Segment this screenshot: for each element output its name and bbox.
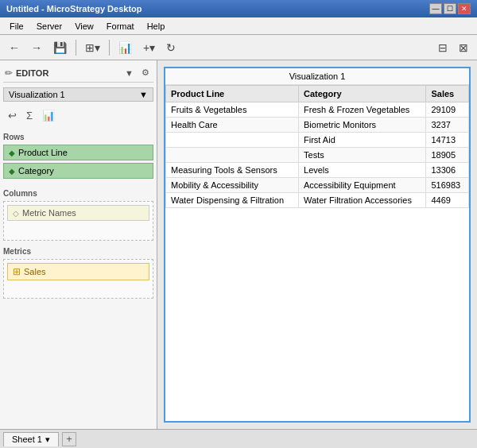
cell-sales: 18905: [426, 148, 469, 163]
col-sales: Sales: [426, 86, 469, 102]
metric-names-label: Metric Names: [22, 208, 76, 218]
minimize-panel-button[interactable]: ⊟: [434, 37, 452, 58]
cell-category: Levels: [299, 163, 426, 178]
viz-selector-label: Visualization 1: [9, 90, 139, 99]
diamond-icon-2: ◆: [9, 167, 15, 176]
cell-product-line: Mobility & Accessibility: [166, 178, 299, 193]
cell-product-line: Water Dispensing & Filtration: [166, 193, 299, 208]
editor-icon: ✏: [5, 68, 13, 79]
save-button[interactable]: 💾: [49, 37, 71, 58]
cell-product-line: [166, 148, 299, 163]
diamond-icon-1: ◆: [9, 149, 15, 157]
table-row: Health CareBiometric Monitors3237: [166, 118, 469, 133]
menu-help[interactable]: Help: [141, 20, 172, 33]
cell-sales: 4469: [426, 193, 469, 208]
category-label: Category: [18, 166, 54, 176]
sheet-tab-1[interactable]: Sheet 1 ▾: [3, 432, 59, 446]
separator-2: [109, 40, 110, 56]
title-bar: Untitled - MicroStrategy Desktop — ☐ ✕: [0, 0, 477, 17]
add-sheet-button[interactable]: +: [62, 432, 76, 446]
visualization-type-button[interactable]: 📊: [39, 108, 58, 123]
table-row: Tests18905: [166, 148, 469, 163]
table-row: Measuring Tools & SensorsLevels13306: [166, 163, 469, 178]
chart-button[interactable]: 📊: [114, 37, 136, 58]
metric-names-field[interactable]: ◇ Metric Names: [7, 205, 149, 221]
sheet-tab-label: Sheet 1: [12, 434, 42, 444]
close-button[interactable]: ✕: [458, 3, 471, 14]
cell-category: Water Filtration Accessories: [299, 193, 426, 208]
columns-area: ◇ Metric Names: [3, 201, 153, 241]
product-line-label: Product Line: [18, 148, 68, 157]
undo-button[interactable]: ↩: [5, 108, 20, 123]
cell-product-line: Health Care: [166, 118, 299, 133]
menu-server[interactable]: Server: [30, 20, 68, 33]
metric-names-icon: ◇: [13, 209, 19, 218]
refresh-button[interactable]: ↻: [162, 37, 180, 58]
table-row: Water Dispensing & FiltrationWater Filtr…: [166, 193, 469, 208]
settings-button[interactable]: ⚙: [139, 67, 152, 79]
status-bar: Sheet 1 ▾ +: [0, 429, 477, 448]
maximize-button[interactable]: ☐: [444, 3, 456, 14]
sheet-tab-arrow: ▾: [45, 434, 50, 445]
table-row: Fruits & VegetablesFresh & Frozen Vegeta…: [166, 102, 469, 118]
menu-bar: File Server View Format Help: [0, 17, 477, 35]
add-dataset-button[interactable]: ⊞▾: [81, 37, 104, 58]
metrics-label: Metrics: [3, 247, 153, 256]
main-content: ✏ EDITOR ▼ ⚙ Visualization 1 ▼ ↩ Σ 📊 Row…: [0, 60, 477, 429]
icon-row: ↩ Σ 📊: [3, 106, 153, 125]
cell-product-line: Fruits & Vegetables: [166, 102, 299, 118]
sales-field[interactable]: ⊞ Sales: [7, 263, 149, 280]
data-table: Product Line Category Sales Fruits & Veg…: [165, 85, 469, 208]
cell-product-line: Measuring Tools & Sensors: [166, 163, 299, 178]
window-title: Untitled - MicroStrategy Desktop: [6, 4, 142, 14]
cell-category: Biometric Monitors: [299, 118, 426, 133]
cell-category: Tests: [299, 148, 426, 163]
separator-1: [76, 40, 76, 56]
columns-label: Columns: [3, 189, 153, 198]
panel-title: EDITOR: [16, 68, 119, 78]
menu-view[interactable]: View: [68, 20, 100, 33]
filter-button[interactable]: ▼: [122, 68, 136, 79]
viz-container: Visualization 1 Product Line Category Sa…: [164, 67, 471, 423]
window-controls: — ☐ ✕: [429, 3, 471, 14]
table-row: First Aid14713: [166, 133, 469, 148]
col-product-line: Product Line: [166, 86, 299, 102]
maximize-panel-button[interactable]: ⊠: [455, 37, 472, 58]
editor-panel: ✏ EDITOR ▼ ⚙ Visualization 1 ▼ ↩ Σ 📊 Row…: [0, 60, 157, 429]
metrics-area: ⊞ Sales: [3, 259, 153, 299]
forward-button[interactable]: →: [27, 37, 46, 58]
toolbar: ← → 💾 ⊞▾ 📊 +▾ ↻ ⊟ ⊠: [0, 35, 477, 60]
viz-panel: Visualization 1 Product Line Category Sa…: [157, 60, 477, 429]
aggregation-button[interactable]: Σ: [23, 108, 36, 123]
sales-icon: ⊞: [13, 266, 21, 277]
cell-category: Accessibility Equipment: [299, 178, 426, 193]
back-button[interactable]: ←: [5, 37, 24, 58]
cell-sales: 13306: [426, 163, 469, 178]
product-line-field[interactable]: ◆ Product Line: [3, 145, 153, 160]
menu-file[interactable]: File: [3, 20, 30, 33]
cell-sales: 516983: [426, 178, 469, 193]
cell-category: First Aid: [299, 133, 426, 148]
category-field[interactable]: ◆ Category: [3, 163, 153, 179]
viz-selector-arrow: ▼: [139, 90, 148, 99]
menu-format[interactable]: Format: [100, 20, 141, 33]
table-row: Mobility & AccessibilityAccessibility Eq…: [166, 178, 469, 193]
cell-sales: 3237: [426, 118, 469, 133]
cell-category: Fresh & Frozen Vegetables: [299, 102, 426, 118]
rows-label: Rows: [3, 133, 153, 141]
minimize-button[interactable]: —: [429, 3, 442, 14]
cell-product-line: [166, 133, 299, 148]
cell-sales: 14713: [426, 133, 469, 148]
cell-sales: 29109: [426, 102, 469, 118]
add-button[interactable]: +▾: [139, 37, 159, 58]
panel-header: ✏ EDITOR ▼ ⚙: [3, 64, 153, 83]
viz-selector[interactable]: Visualization 1 ▼: [3, 87, 153, 102]
viz-title: Visualization 1: [165, 68, 469, 85]
col-category: Category: [299, 86, 426, 102]
sales-label: Sales: [24, 267, 46, 276]
